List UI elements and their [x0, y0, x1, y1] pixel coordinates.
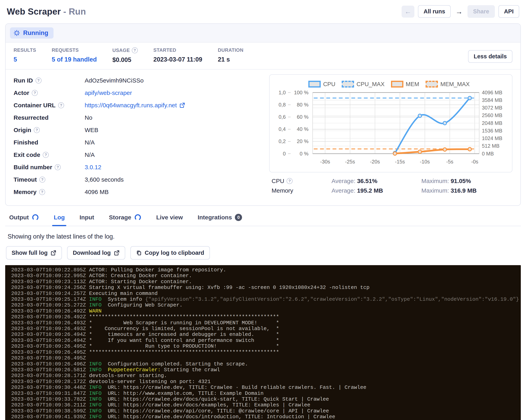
log-line: 2023-03-07T10:09:26.494Z * timeouts are …	[11, 332, 521, 338]
detail-row-origin: Origin?WEB	[14, 124, 259, 136]
tab-label: Storage	[109, 214, 132, 221]
tab-storage[interactable]: Storage	[108, 210, 142, 226]
stat-requests: REQUESTS5 of 19 handled	[52, 47, 97, 63]
log-line: 2023-03-07T10:09:33.782Z INFO URL: https…	[11, 396, 521, 402]
usage-average-value: 195.2 MB	[357, 187, 383, 194]
help-icon[interactable]: ?	[287, 178, 293, 184]
svg-text:-25s: -25s	[345, 159, 355, 164]
detail-row-finished: FinishedN/A	[14, 136, 259, 149]
status-badge: Running	[10, 27, 53, 39]
tab-integrations[interactable]: Integrations0	[197, 210, 243, 226]
detail-row-actor: Actor?apify/web-scraper	[14, 87, 259, 99]
usage-average: Average: 36.51%	[332, 178, 421, 184]
help-icon[interactable]: ?	[55, 164, 61, 170]
button-label: Show full log	[11, 250, 48, 256]
help-icon[interactable]: ?	[32, 90, 38, 96]
usage-average-label: Average:	[332, 178, 357, 184]
top-nav: ← All runs → Share API	[402, 5, 519, 18]
stat-label-text: RESULTS	[14, 47, 36, 53]
share-button[interactable]: Share	[467, 5, 495, 18]
svg-text:-0s: -0s	[471, 159, 478, 164]
detail-label: Actor?	[14, 90, 85, 96]
log-line: 2023-03-07T10:09:30.448Z INFO URL: https…	[11, 385, 521, 390]
stat-label: STARTED	[153, 47, 202, 53]
external-link-icon	[50, 250, 56, 256]
help-icon[interactable]: ?	[58, 102, 64, 108]
copy-log-to-clipboard-button[interactable]: Copy log to clipboard	[130, 246, 210, 260]
svg-text:40 %: 40 %	[297, 126, 308, 132]
all-runs-button[interactable]: All runs	[418, 5, 451, 18]
usage-metric-name: Memory	[272, 187, 332, 194]
loading-spinner-icon	[32, 214, 39, 221]
stat-value[interactable]: 5 of 19 handled	[52, 56, 97, 63]
detail-label: Origin?	[14, 127, 85, 133]
log-line: 2023-03-07T10:09:26.494Z * If you want f…	[11, 338, 521, 343]
detail-value-text[interactable]: apify/web-scraper	[85, 90, 132, 96]
show-full-log-button[interactable]: Show full log	[6, 246, 62, 260]
log-line: 2023-03-07T10:09:26.495Z	[11, 355, 521, 361]
detail-value[interactable]: apify/web-scraper	[85, 90, 132, 96]
help-icon[interactable]: ?	[39, 189, 45, 195]
stat-label: RESULTS	[14, 47, 36, 53]
arrow-left-icon: ←	[405, 8, 411, 15]
usage-maximum-value: 91.05%	[451, 178, 471, 184]
api-button[interactable]: API	[498, 5, 519, 18]
legend-label: MEM_MAX	[440, 81, 470, 88]
legend-label: CPU	[323, 81, 335, 88]
log-line: 2023-03-07T10:09:26.493Z * Concurrency i…	[11, 326, 521, 332]
detail-value-text: N/A	[85, 152, 95, 158]
log-line: 2023-03-07T10:09:24.257Z Executing main …	[11, 291, 521, 297]
less-details-button[interactable]: Less details	[468, 50, 512, 63]
legend-item-cpu_max: CPU_MAX	[342, 81, 384, 88]
next-run-button[interactable]: →	[454, 7, 464, 16]
svg-text:0,2: 0,2	[279, 138, 286, 144]
detail-value[interactable]: 3.0.12	[85, 164, 101, 171]
log-actions: Show full logDownload logCopy log to cli…	[6, 246, 520, 260]
tab-log[interactable]: Log	[53, 210, 65, 226]
log-line: 2023-03-07T10:09:25.174Z INFO System inf…	[11, 297, 521, 302]
tab-live-view[interactable]: Live view	[155, 210, 183, 226]
stat-value[interactable]: 5	[14, 56, 36, 63]
svg-text:2560 MB: 2560 MB	[482, 113, 502, 118]
log-console[interactable]: 2023-03-07T10:09:22.895Z ACTOR: Pulling …	[5, 265, 521, 420]
help-icon[interactable]: ?	[132, 47, 138, 53]
usage-average: Average: 195.2 MB	[332, 187, 421, 194]
tab-label: Integrations	[198, 214, 232, 221]
detail-label-text: Memory	[14, 189, 37, 195]
help-icon[interactable]: ?	[34, 127, 40, 133]
detail-value-text[interactable]: 3.0.12	[85, 164, 101, 171]
stat-label: REQUESTS	[52, 47, 97, 53]
download-log-button[interactable]: Download log	[67, 246, 125, 260]
copy-icon	[136, 250, 142, 256]
help-icon[interactable]: ?	[39, 177, 45, 183]
stat-label: DURATION	[218, 47, 243, 53]
chart-legend: CPUCPU_MAXMEMMEM_MAX	[273, 81, 508, 88]
detail-row-memory: Memory?4096 MB	[14, 186, 259, 198]
detail-label: Resurrected	[14, 114, 85, 121]
detail-value-text[interactable]: https://0q64wnacgyft.runs.apify.net	[85, 102, 177, 109]
detail-label-text: Origin	[14, 127, 31, 133]
log-lines: 2023-03-07T10:09:22.895Z ACTOR: Pulling …	[11, 267, 521, 420]
detail-value-text: 4096 MB	[85, 189, 109, 195]
tab-label: Input	[80, 214, 94, 221]
tab-input[interactable]: Input	[79, 210, 95, 226]
help-icon[interactable]: ?	[43, 152, 49, 158]
tab-label: Log	[54, 214, 65, 221]
detail-value[interactable]: https://0q64wnacgyft.runs.apify.net	[85, 102, 185, 109]
stat-label-text: STARTED	[153, 47, 176, 53]
stat-label-text: DURATION	[218, 47, 243, 53]
log-line: 2023-03-07T10:09:36.211Z INFO URL: https…	[11, 402, 521, 408]
legend-label: CPU_MAX	[356, 81, 384, 88]
log-line: 2023-03-07T10:09:28.172Z devtools-server…	[11, 379, 521, 385]
actor-name: Web Scraper	[7, 7, 61, 16]
log-line: 2023-03-07T10:09:25.272Z INFO Configurin…	[11, 302, 521, 308]
status-label: Running	[23, 29, 48, 37]
log-line: 2023-03-07T10:09:31.847Z INFO URL: http:…	[11, 391, 521, 396]
previous-run-button[interactable]: ←	[402, 6, 414, 18]
detail-value-text: AdOz5evimh9NCiSSo	[85, 77, 144, 84]
help-icon[interactable]: ?	[36, 78, 41, 83]
log-line: 2023-03-07T10:09:26.581Z INFO PuppeteerC…	[11, 367, 521, 373]
tab-output[interactable]: Output	[8, 210, 40, 226]
svg-text:-5s: -5s	[446, 159, 454, 164]
log-line: 2023-03-07T10:09:22.895Z ACTOR: Pulling …	[11, 267, 521, 273]
